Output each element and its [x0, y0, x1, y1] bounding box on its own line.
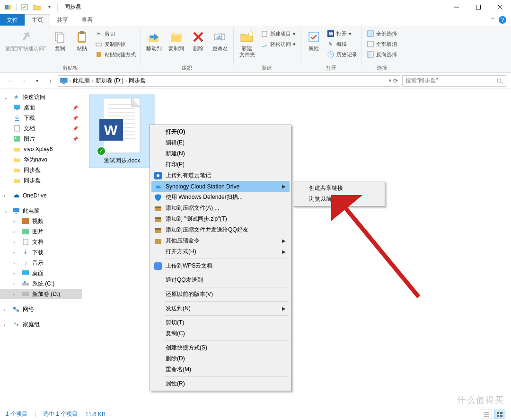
- ctx-edit[interactable]: 编辑(E): [151, 137, 290, 148]
- open-button[interactable]: W打开 ▾: [325, 28, 359, 39]
- tree-desktop[interactable]: 桌面📌: [0, 102, 82, 113]
- ctx-shortcut[interactable]: 创建快捷方式(S): [151, 342, 290, 353]
- newfolder-button[interactable]: 新建 文件夹: [237, 28, 258, 59]
- pin-icon: 📌: [72, 126, 78, 131]
- copy-button[interactable]: 复制: [50, 28, 70, 53]
- tree-sync1[interactable]: 同步盘: [0, 165, 82, 175]
- history-button[interactable]: 历史记录: [325, 49, 359, 60]
- ctx-zipadd[interactable]: 添加到压缩文件(A) ...: [151, 203, 290, 214]
- file-pane[interactable]: W ✓ 测试同步.docx: [82, 89, 511, 408]
- sub-share[interactable]: 创建共享链接: [295, 183, 383, 194]
- paste-shortcut-button[interactable]: 粘贴快捷方式: [93, 49, 138, 60]
- tree-documents2[interactable]: ›文档: [0, 237, 82, 247]
- tree-network[interactable]: ›网络: [0, 304, 82, 314]
- tab-share[interactable]: 共享: [50, 14, 75, 26]
- tab-view[interactable]: 查看: [75, 14, 99, 26]
- tree-downloads2[interactable]: ›下载: [0, 247, 82, 258]
- group-label: 剪贴板: [62, 64, 78, 72]
- ctx-synology[interactable]: Synology Cloud Station Drive▶: [151, 181, 290, 192]
- rename-button[interactable]: ab重命名: [210, 28, 231, 53]
- selectall-button[interactable]: 全部选择: [365, 28, 399, 39]
- moveto-button[interactable]: 移动到: [143, 28, 165, 53]
- ctx-zipto[interactable]: 添加到 "测试同步.zip"(T): [151, 214, 290, 224]
- bc-volume[interactable]: 新加卷 (D:): [96, 77, 123, 85]
- close-button[interactable]: [489, 0, 511, 14]
- tree-desktop2[interactable]: ›桌面: [0, 268, 82, 278]
- network-icon: [12, 305, 20, 313]
- ctx-zipqq[interactable]: 添加到压缩文件并发送给QQ好友: [151, 224, 290, 235]
- copyto-button[interactable]: 复制到: [166, 28, 187, 53]
- ctx-qqsend[interactable]: 通过QQ发送到: [151, 275, 290, 286]
- tree-downloads[interactable]: 下载📌: [0, 113, 82, 123]
- tree-huawei[interactable]: 华为navo: [0, 154, 82, 165]
- invertsel-button[interactable]: 反向选择: [365, 49, 399, 60]
- edit-button[interactable]: ✎编辑: [325, 39, 359, 49]
- tree-videos[interactable]: ›视频: [0, 216, 82, 226]
- bc-dropdown-icon[interactable]: v: [389, 78, 391, 84]
- help-icon[interactable]: ?: [499, 16, 506, 24]
- tree-music[interactable]: ›♪音乐: [0, 258, 82, 268]
- tab-file[interactable]: 文件: [0, 14, 25, 26]
- tree-vold[interactable]: ›新加卷 (D:): [0, 289, 82, 299]
- search-box[interactable]: 搜索"同步盘": [402, 75, 506, 87]
- newitem-button[interactable]: 新建项目 ▾: [259, 28, 298, 39]
- view-icons-button[interactable]: [494, 410, 505, 419]
- ctx-copy[interactable]: 复制(C): [151, 328, 290, 339]
- file-tile[interactable]: W ✓ 测试同步.docx: [89, 94, 155, 168]
- tree-documents[interactable]: 文档📌: [0, 123, 82, 134]
- tree-vivo[interactable]: vivo Xplay6: [0, 144, 82, 154]
- ctx-defender[interactable]: 使用 Windows Defender扫描...: [151, 192, 290, 203]
- ctx-print[interactable]: 打印(P): [151, 159, 290, 170]
- paste-button[interactable]: 粘贴: [71, 28, 92, 53]
- ctx-othercomp[interactable]: 其他压缩命令▶: [151, 235, 290, 246]
- svg-rect-43: [23, 239, 28, 245]
- properties-button[interactable]: 属性: [303, 28, 324, 53]
- tree-pictures2[interactable]: ›图片: [0, 226, 82, 237]
- ctx-cut[interactable]: 剪切(T): [151, 317, 290, 328]
- tree-onedrive[interactable]: ›OneDrive: [0, 190, 82, 201]
- nav-forward-button[interactable]: →: [18, 75, 29, 87]
- qat-folder-icon[interactable]: [32, 2, 42, 12]
- selectnone-button[interactable]: 全部取消: [365, 39, 399, 49]
- nav-recent-button[interactable]: ▾: [31, 75, 43, 87]
- nav-back-button[interactable]: ←: [5, 75, 16, 87]
- sub-browse[interactable]: 浏览以前的版本: [295, 194, 383, 205]
- view-details-button[interactable]: [481, 410, 492, 419]
- tree-homegroup[interactable]: ›家庭组: [0, 319, 82, 330]
- copypath-button[interactable]: 复制路径: [93, 39, 138, 49]
- ctx-open[interactable]: 打开(O): [151, 126, 290, 137]
- cut-button[interactable]: ✂剪切: [93, 28, 138, 39]
- pin-quickaccess-button[interactable]: 固定到"快速访问": [3, 28, 49, 53]
- ctx-rename[interactable]: 重命名(M): [151, 364, 290, 375]
- ctx-youdao[interactable]: 上传到有道云笔记: [151, 170, 290, 181]
- ctx-sendto[interactable]: 发送到(N)▶: [151, 303, 290, 314]
- ctx-new[interactable]: 新建(N): [151, 148, 290, 159]
- bc-folder[interactable]: 同步盘: [129, 77, 146, 85]
- ribbon-collapse-icon[interactable]: ⌃: [490, 17, 495, 23]
- ctx-properties[interactable]: 属性(R): [151, 378, 290, 389]
- nav-up-button[interactable]: ↑: [44, 75, 56, 87]
- tree-quickaccess[interactable]: ⌄★快速访问: [0, 92, 82, 102]
- qat-properties-icon[interactable]: [19, 2, 30, 12]
- delete-button[interactable]: 删除: [188, 28, 209, 53]
- easyaccess-button[interactable]: 轻松访问 ▾: [259, 39, 298, 49]
- tree-thispc[interactable]: ⌄此电脑: [0, 206, 82, 216]
- tree-sync2[interactable]: 同步盘: [0, 175, 82, 186]
- ctx-wps[interactable]: 上传到WPS云文档: [151, 260, 290, 271]
- copyto-icon: [168, 29, 184, 45]
- tab-home[interactable]: 主页: [25, 14, 50, 26]
- tree-sysc[interactable]: ›系统 (C:): [0, 278, 82, 289]
- ctx-openwith[interactable]: 打开方式(H)▶: [151, 246, 290, 257]
- bc-thispc[interactable]: 此电脑: [73, 77, 90, 85]
- maximize-button[interactable]: [467, 0, 489, 14]
- ctx-restore[interactable]: 还原以前的版本(V): [151, 289, 290, 300]
- ctx-delete[interactable]: 删除(D): [151, 353, 290, 364]
- breadcrumb[interactable]: › 此电脑 › 新加卷 (D:) › 同步盘 v ⟳: [58, 75, 400, 87]
- tree-pictures[interactable]: 图片📌: [0, 134, 82, 144]
- refresh-icon[interactable]: ⟳: [393, 78, 398, 84]
- status-bar: 1 个项目 选中 1 个项目 11.6 KB: [0, 408, 511, 420]
- qat-app-icon[interactable]: [3, 2, 13, 12]
- qat-dropdown-icon[interactable]: ▾: [44, 2, 54, 12]
- invert-icon: [367, 51, 374, 58]
- minimize-button[interactable]: [446, 0, 467, 14]
